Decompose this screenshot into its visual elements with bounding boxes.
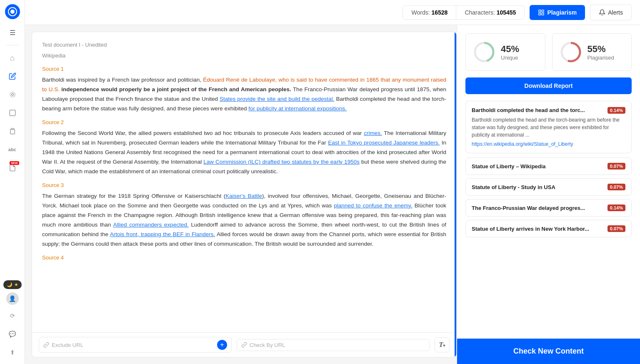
svg-rect-5 <box>11 128 13 130</box>
svg-point-3 <box>10 92 15 97</box>
score-row: 45% Unique 55% Plagiarised <box>465 33 632 71</box>
source-item-3[interactable]: The Franco-Prussian War delayed progres.… <box>465 199 632 217</box>
svg-rect-7 <box>542 10 544 12</box>
words-stat: Words: 16528 <box>403 6 456 19</box>
source-title-2: Statute of Liberty - Study in USA <box>472 184 555 190</box>
document-scroll[interactable]: Test document I - Unedited Wikipedia Sou… <box>32 32 456 332</box>
plagiarism-tab[interactable]: Plagiarism <box>530 5 585 20</box>
exclude-url-group[interactable]: Exclude URL + <box>39 337 232 353</box>
link-kaiser[interactable]: Kaiser's Battle <box>225 193 262 199</box>
clipboard-icon[interactable] <box>5 124 20 139</box>
source1-label: Source 1 <box>42 65 446 74</box>
unique-label: Unique <box>501 55 519 61</box>
unique-circle-chart <box>472 40 496 64</box>
svg-rect-8 <box>539 13 541 15</box>
source-excerpt-0: Bartholdi completed the head and the tor… <box>472 116 625 139</box>
source-item-header: Bartholdi completed the head and the tor… <box>472 107 625 114</box>
new-doc-icon[interactable]: NEW <box>5 160 20 175</box>
new-badge: NEW <box>10 161 19 165</box>
link-crimes[interactable]: crimes. <box>364 130 382 136</box>
source-pct-2: 0.07% <box>608 184 625 190</box>
source-title-4: Statue of Liberty arrives in New York Ha… <box>472 226 589 232</box>
source-item-2[interactable]: Statute of Liberty - Study in USA 0.07% <box>465 178 632 196</box>
link-enemy[interactable]: planned to confuse the enemy. <box>334 202 412 209</box>
source-title-0: Bartholdi completed the head and the tor… <box>472 107 604 113</box>
source-item-1[interactable]: Statue of Liberty – Wikipedia 0.07% <box>465 157 632 175</box>
link-states[interactable]: States provide the site and build the pe… <box>220 96 334 102</box>
unique-score-card: 45% Unique <box>465 33 545 71</box>
check-by-url-group[interactable]: Check By URL <box>237 339 430 351</box>
blue-side-border <box>455 32 456 357</box>
source-pct-3: 0.14% <box>608 204 625 211</box>
source1-text: Bartholdi was inspired by a French law p… <box>42 75 446 114</box>
format-button[interactable]: Tx <box>435 337 450 352</box>
home-icon[interactable]: ⌂ <box>5 50 20 65</box>
source-url-0[interactable]: https://en.wikipedia.org/wiki/Statue_of_… <box>472 141 625 147</box>
alerts-tab[interactable]: Alerts <box>590 5 632 20</box>
words-label: Words: <box>411 9 430 16</box>
document-panel: Test document I - Unedited Wikipedia Sou… <box>32 32 457 357</box>
svg-rect-4 <box>10 110 15 116</box>
source2-label: Source 2 <box>42 118 446 127</box>
link-tokyo[interactable]: East in Tokyo prosecuted Japanese leader… <box>328 140 440 146</box>
source3-text: The German strategy for the 1918 Spring … <box>42 192 446 249</box>
source-pct-4: 0.07% <box>608 225 625 232</box>
topbar: Words: 16528 Characters: 105455 Plagiari… <box>25 0 640 25</box>
chars-label: Characters: <box>465 9 495 16</box>
plagiarised-score-info: 55% Plagiarised <box>588 44 614 61</box>
svg-point-2 <box>11 94 13 96</box>
check-by-url-placeholder: Check By URL <box>250 342 285 348</box>
unique-score-info: 45% Unique <box>501 44 519 61</box>
right-panel: 45% Unique 55% Plagiarised <box>457 25 640 364</box>
words-value: 16528 <box>431 9 448 16</box>
divider-top <box>6 45 19 45</box>
plagiarised-circle-chart <box>559 40 582 64</box>
alerts-tab-label: Alerts <box>608 9 623 16</box>
plagiarised-score-card: 55% Plagiarised <box>552 33 632 71</box>
doc-source: Wikipedia <box>42 51 446 60</box>
app-logo <box>5 4 20 19</box>
unique-pct: 45% <box>501 44 519 55</box>
sidebar: ☰ ⌂ abc NEW 🌙 ★ 👤 ⟳ 💬 ⬆ <box>0 0 25 364</box>
link-commanders[interactable]: Allied commanders expected. <box>113 222 188 228</box>
plagiarism-tab-label: Plagiarism <box>547 9 577 16</box>
plagiarised-pct: 55% <box>588 44 614 55</box>
edit-icon[interactable] <box>5 69 20 84</box>
ai-icon[interactable] <box>5 87 20 102</box>
source3-label: Source 3 <box>42 181 446 190</box>
source2-text: Following the Second World War, the alli… <box>42 129 446 177</box>
doc-title: Test document I - Unedited <box>42 40 446 50</box>
menu-icon[interactable]: ☰ <box>5 25 20 40</box>
exclude-url-placeholder: Exclude URL <box>52 342 83 348</box>
check-new-content-btn[interactable]: Check New Content <box>457 339 640 364</box>
source-pct-1: 0.07% <box>608 163 625 170</box>
content-area: Test document I - Unedited Wikipedia Sou… <box>25 25 640 364</box>
link-artois[interactable]: Artois front, trapping the BEF in Flande… <box>110 231 215 237</box>
support-icon[interactable]: 💬 <box>5 327 20 342</box>
history-icon[interactable]: ⟳ <box>5 308 20 323</box>
abc-icon[interactable]: abc <box>5 142 20 157</box>
right-panel-scroll[interactable]: 45% Unique 55% Plagiarised <box>457 25 640 339</box>
theme-toggle[interactable]: 🌙 ★ <box>3 280 22 289</box>
plagiarised-label: Plagiarised <box>588 55 614 61</box>
svg-rect-6 <box>539 10 541 12</box>
chars-value: 105455 <box>497 9 516 16</box>
source-item-4[interactable]: Statue of Liberty arrives in New York Ha… <box>465 220 632 237</box>
upload-icon[interactable]: ⬆ <box>5 345 20 360</box>
user-avatar[interactable]: 👤 <box>6 292 19 305</box>
link-ilc[interactable]: Law Commission (ILC) drafted two statute… <box>203 159 360 165</box>
svg-rect-9 <box>542 13 544 15</box>
svg-point-1 <box>10 10 15 14</box>
main-content: Words: 16528 Characters: 105455 Plagiari… <box>25 0 640 364</box>
stats-group: Words: 16528 Characters: 105455 <box>402 5 525 20</box>
download-report-btn[interactable]: Download Report <box>465 77 632 94</box>
source-title-3: The Franco-Prussian War delayed progres.… <box>472 205 585 211</box>
source-title-1: Statue of Liberty – Wikipedia <box>472 163 546 170</box>
doc-toolbar: Exclude URL + Check By URL Tx <box>32 332 456 357</box>
source-pct-0: 0.14% <box>608 107 625 114</box>
link-publicity[interactable]: for publicity at international expositio… <box>248 105 347 112</box>
chars-stat: Characters: 105455 <box>456 6 524 19</box>
source-item-expanded[interactable]: Bartholdi completed the head and the tor… <box>465 101 632 153</box>
document-blank-icon[interactable] <box>5 105 20 120</box>
exclude-url-add-btn[interactable]: + <box>217 340 227 350</box>
